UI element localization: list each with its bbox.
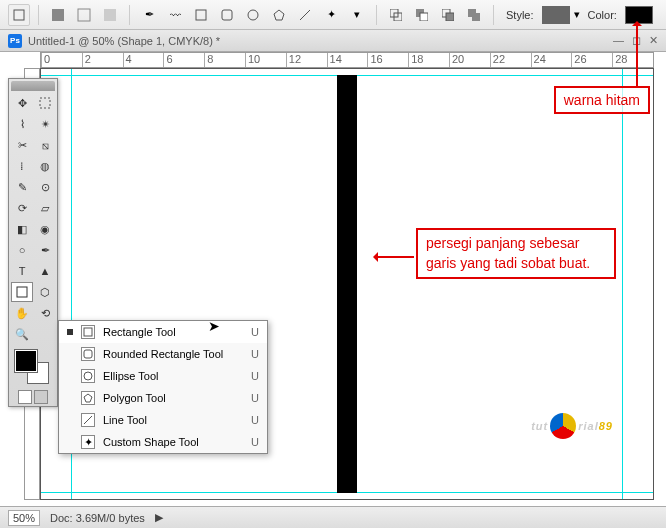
- crop-tool-icon[interactable]: ✂: [11, 135, 33, 155]
- panel-grip[interactable]: [11, 81, 55, 91]
- brush-tool-icon[interactable]: ✎: [11, 177, 33, 197]
- pen-icon[interactable]: ✒: [138, 4, 160, 26]
- blur-tool-icon[interactable]: ◉: [34, 219, 56, 239]
- eyedropper-tool-icon[interactable]: ⁞: [11, 156, 33, 176]
- ruler-tick: 14: [327, 53, 368, 67]
- annotation-color: warna hitam: [554, 86, 650, 114]
- svg-rect-16: [472, 13, 480, 21]
- marquee-tool-icon[interactable]: [34, 93, 56, 113]
- minimize-icon[interactable]: —: [613, 34, 624, 47]
- path-exclude-icon[interactable]: [463, 4, 485, 26]
- separator: [493, 5, 494, 25]
- custom-shape-icon: ✦: [81, 435, 95, 449]
- rounded-rect-shape-icon[interactable]: [216, 4, 238, 26]
- svg-rect-18: [17, 287, 27, 297]
- close-icon[interactable]: ✕: [649, 34, 658, 47]
- gradient-tool-icon[interactable]: ◧: [11, 219, 33, 239]
- flyout-label: Ellipse Tool: [103, 370, 158, 382]
- watermark-logo-icon: [550, 413, 576, 439]
- svg-point-6: [248, 10, 258, 20]
- svg-marker-22: [84, 394, 92, 402]
- rotate-tool-icon[interactable]: ⟲: [34, 303, 56, 323]
- quickmask-mode-icon[interactable]: [34, 390, 48, 404]
- eraser-tool-icon[interactable]: ▱: [34, 198, 56, 218]
- rounded-rect-icon: [81, 347, 95, 361]
- flyout-label: Line Tool: [103, 414, 147, 426]
- shape-rectangle[interactable]: [337, 75, 357, 493]
- flyout-item-ellipse[interactable]: Ellipse Tool U: [59, 365, 267, 387]
- dropdown-arrow-icon[interactable]: ▾: [346, 4, 368, 26]
- doc-info-label: Doc: 3.69M/0 bytes: [50, 512, 145, 524]
- history-brush-tool-icon[interactable]: ⟳: [11, 198, 33, 218]
- fill-pixels-icon[interactable]: [99, 4, 121, 26]
- zoom-tool-icon[interactable]: 🔍: [11, 324, 33, 344]
- flyout-item-line[interactable]: Line Tool U: [59, 409, 267, 431]
- svg-rect-17: [40, 98, 50, 108]
- path-intersect-icon[interactable]: [437, 4, 459, 26]
- restore-icon[interactable]: ◻: [632, 34, 641, 47]
- status-bar: 50% Doc: 3.69M/0 bytes ▶: [0, 506, 666, 528]
- svg-rect-12: [420, 13, 428, 21]
- ruler-tick: 4: [123, 53, 164, 67]
- type-tool-icon[interactable]: T: [11, 261, 33, 281]
- paths-icon[interactable]: [73, 4, 95, 26]
- svg-rect-2: [78, 9, 90, 21]
- ruler-tick: 12: [286, 53, 327, 67]
- svg-rect-1: [52, 9, 64, 21]
- stamp-tool-icon[interactable]: ⊙: [34, 177, 56, 197]
- zoom-field[interactable]: 50%: [8, 510, 40, 526]
- shape-layers-icon[interactable]: [47, 4, 69, 26]
- pen-tool-icon[interactable]: ✒: [34, 240, 56, 260]
- watermark-text: 89: [599, 420, 613, 432]
- shape-tool-flyout: Rectangle Tool U Rounded Rectangle Tool …: [58, 320, 268, 454]
- hand-tool-icon[interactable]: ✋: [11, 303, 33, 323]
- standard-mode-icon[interactable]: [18, 390, 32, 404]
- path-select-tool-icon[interactable]: ▲: [34, 261, 56, 281]
- slice-tool-icon[interactable]: ⧅: [34, 135, 56, 155]
- move-tool-icon[interactable]: ✥: [11, 93, 33, 113]
- path-subtract-icon[interactable]: [411, 4, 433, 26]
- lasso-tool-icon[interactable]: ⌇: [11, 114, 33, 134]
- document-tab-bar: Ps Untitled-1 @ 50% (Shape 1, CMYK/8) * …: [0, 30, 666, 52]
- svg-rect-14: [446, 13, 454, 21]
- custom-shape-icon[interactable]: ✦: [320, 4, 342, 26]
- info-menu-arrow-icon[interactable]: ▶: [155, 511, 163, 524]
- flyout-label: Rounded Rectangle Tool: [103, 348, 223, 360]
- flyout-item-custom-shape[interactable]: ✦ Custom Shape Tool U: [59, 431, 267, 453]
- flyout-item-rectangle[interactable]: Rectangle Tool U: [59, 321, 267, 343]
- shape-tool-icon[interactable]: [11, 282, 33, 302]
- annotation-rect: persegi panjang sebesar garis yang tadi …: [416, 228, 616, 279]
- 3d-tool-icon[interactable]: ⬡: [34, 282, 56, 302]
- path-add-icon[interactable]: [385, 4, 407, 26]
- svg-line-23: [84, 416, 92, 424]
- svg-rect-3: [104, 9, 116, 21]
- ruler-tick: 20: [449, 53, 490, 67]
- flyout-shortcut: U: [251, 326, 259, 338]
- heal-tool-icon[interactable]: ◍: [34, 156, 56, 176]
- polygon-shape-icon[interactable]: [268, 4, 290, 26]
- rect-shape-icon[interactable]: [190, 4, 212, 26]
- guide-vertical: [622, 69, 623, 499]
- document-title: Untitled-1 @ 50% (Shape 1, CMYK/8) *: [28, 35, 220, 47]
- line-shape-icon[interactable]: [294, 4, 316, 26]
- color-swatch[interactable]: [625, 6, 653, 24]
- ellipse-icon: [81, 369, 95, 383]
- flyout-shortcut: U: [251, 348, 259, 360]
- style-swatch[interactable]: [542, 6, 570, 24]
- dodge-tool-icon[interactable]: ○: [11, 240, 33, 260]
- ruler-tick: 8: [204, 53, 245, 67]
- foreground-color-swatch[interactable]: [15, 350, 37, 372]
- wand-tool-icon[interactable]: ✴: [34, 114, 56, 134]
- flyout-item-polygon[interactable]: Polygon Tool U: [59, 387, 267, 409]
- tools-panel: ✥ ⌇ ✴ ✂ ⧅ ⁞ ◍ ✎ ⊙ ⟳ ▱ ◧ ◉ ○ ✒ T ▲ ⬡ ✋ ⟲ …: [8, 78, 58, 407]
- app-icon: Ps: [8, 34, 22, 48]
- freeform-pen-icon[interactable]: 〰: [164, 4, 186, 26]
- style-dropdown-icon[interactable]: ▾: [574, 8, 580, 21]
- ellipse-shape-icon[interactable]: [242, 4, 264, 26]
- ruler-tick: 28: [612, 53, 653, 67]
- ruler-tick: 0: [41, 53, 82, 67]
- flyout-shortcut: U: [251, 392, 259, 404]
- spacer: [34, 324, 56, 344]
- shape-tool-indicator[interactable]: [8, 4, 30, 26]
- flyout-item-rounded-rectangle[interactable]: Rounded Rectangle Tool U: [59, 343, 267, 365]
